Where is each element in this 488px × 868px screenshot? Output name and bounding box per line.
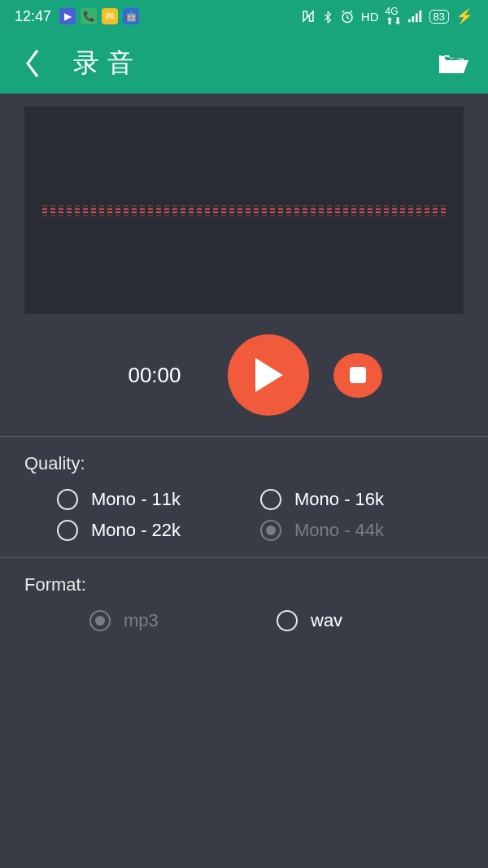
wave-line	[42, 215, 447, 216]
option-label: Mono - 44k	[294, 520, 384, 541]
waveform-display	[24, 107, 464, 314]
stop-button[interactable]	[333, 353, 382, 398]
app-icon-2: 🤖	[123, 8, 139, 24]
format-options: mp3 wav	[24, 610, 464, 631]
app-bar: 录音	[0, 33, 488, 94]
format-option-mp3[interactable]: mp3	[89, 610, 277, 631]
app-icon-1: ▶	[59, 8, 76, 24]
chevron-left-icon	[21, 47, 44, 80]
radio-icon	[260, 489, 281, 510]
quality-option-11k[interactable]: Mono - 11k	[57, 489, 260, 510]
svg-rect-4	[419, 11, 421, 22]
quality-option-16k[interactable]: Mono - 16k	[260, 489, 464, 510]
option-label: wav	[311, 610, 342, 631]
wave-line	[42, 205, 447, 207]
network-label: 4G ⬆⬇	[386, 7, 402, 26]
folder-open-icon	[438, 50, 470, 76]
nfc-icon	[301, 9, 316, 24]
option-label: mp3	[124, 610, 159, 631]
svg-rect-2	[412, 16, 414, 22]
stop-icon	[348, 365, 368, 385]
bluetooth-icon	[322, 9, 333, 24]
status-app-icons: ▶ 📞 ✉ 🤖	[59, 8, 139, 24]
format-label: Format:	[24, 574, 464, 595]
quality-section: Quality: Mono - 11k Mono - 16k Mono - 22…	[0, 437, 488, 557]
option-label: Mono - 11k	[91, 489, 181, 510]
back-button[interactable]	[16, 47, 49, 80]
option-label: Mono - 22k	[91, 520, 181, 541]
status-right: HD 4G ⬆⬇ 83 ⚡	[301, 7, 473, 26]
hd-label: HD	[361, 10, 379, 24]
svg-rect-1	[408, 20, 411, 23]
playback-controls: 00:00	[0, 334, 488, 416]
radio-icon	[89, 610, 111, 631]
folder-button[interactable]	[436, 46, 472, 81]
format-option-wav[interactable]: wav	[277, 610, 464, 631]
radio-icon	[57, 520, 78, 541]
play-button[interactable]	[228, 334, 309, 416]
svg-rect-5	[350, 367, 366, 383]
mail-icon: ✉	[102, 8, 118, 24]
quality-option-44k[interactable]: Mono - 44k	[260, 520, 464, 541]
phone-icon: 📞	[81, 8, 97, 24]
charging-icon: ⚡	[455, 7, 473, 25]
page-title: 录音	[73, 46, 436, 81]
waveform-lines	[42, 205, 447, 216]
wave-line	[42, 212, 447, 213]
play-icon	[252, 356, 285, 394]
quality-option-22k[interactable]: Mono - 22k	[57, 520, 260, 541]
quality-label: Quality:	[24, 453, 464, 474]
wave-line	[42, 208, 447, 210]
radio-icon	[57, 489, 78, 510]
option-label: Mono - 16k	[294, 489, 384, 510]
status-left: 12:47 ▶ 📞 ✉ 🤖	[15, 8, 139, 25]
format-section: Format: mp3 wav	[0, 558, 488, 648]
quality-options: Mono - 11k Mono - 16k Mono - 22k Mono - …	[24, 489, 464, 541]
radio-icon	[277, 610, 298, 631]
status-bar: 12:47 ▶ 📞 ✉ 🤖 HD 4G ⬆⬇ 83 ⚡	[0, 0, 488, 33]
battery-indicator: 83	[429, 10, 449, 24]
signal-icon	[408, 10, 423, 23]
svg-rect-3	[416, 13, 418, 22]
radio-icon	[260, 520, 281, 541]
time-display: 00:00	[106, 363, 203, 388]
status-time: 12:47	[15, 8, 51, 25]
alarm-icon	[340, 9, 355, 24]
